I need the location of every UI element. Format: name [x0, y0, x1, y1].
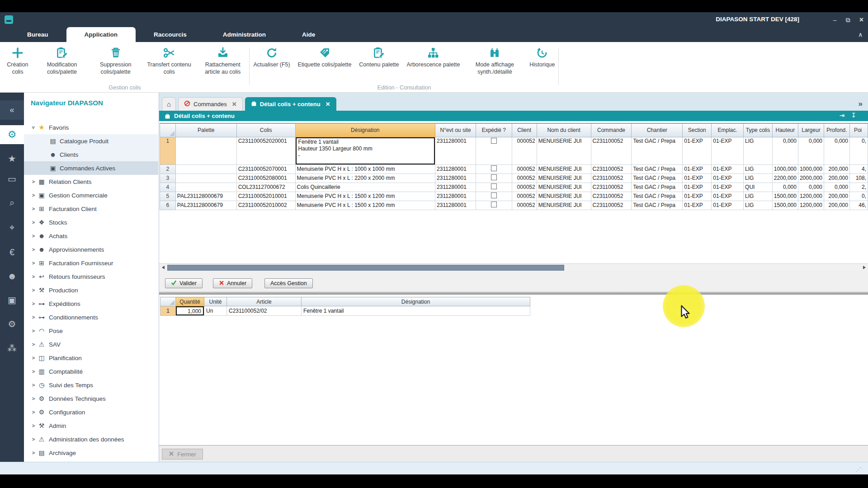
close-button[interactable]: × [859, 16, 863, 23]
expedie-checkbox[interactable] [491, 192, 497, 198]
cell-designation[interactable]: Colis Quincaillerie [295, 183, 435, 192]
ribbon-button-g1-4[interactable]: Mode affichage synth./détaillé [466, 46, 524, 75]
chevron-right-icon[interactable]: > [30, 409, 37, 415]
cell-hauteur[interactable]: 1500,000 [772, 201, 798, 210]
ribbon-button-g0-1[interactable]: Modification colis/palette [35, 46, 89, 75]
nav-item-17[interactable]: >◫Planification [24, 351, 158, 365]
cell-chantier[interactable]: Test GAC / Prepa [632, 192, 683, 201]
cell-largeur[interactable]: 1000,000 [798, 164, 824, 174]
cell-num[interactable]: 6 [160, 201, 176, 210]
cell-nevt[interactable]: 2311280001 [435, 164, 476, 174]
close-tab-icon[interactable]: ✕ [326, 101, 330, 108]
detail-cell-unite[interactable]: Un [204, 306, 227, 316]
collapse-panel-icon[interactable]: « [0, 100, 24, 120]
chevron-right-icon[interactable]: > [30, 220, 37, 225]
minimize-button[interactable]: – [833, 17, 837, 23]
cell-type[interactable]: LIG [744, 174, 773, 183]
chevron-right-icon[interactable]: > [30, 206, 37, 211]
cell-colis[interactable]: C231100052080001 [236, 174, 295, 183]
chevron-right-icon[interactable]: > [30, 436, 37, 442]
chevron-right-icon[interactable]: > [30, 382, 37, 388]
menu-tab-administration[interactable]: Administration [205, 27, 284, 42]
nav-item-1[interactable]: ▤Catalogue Produit [24, 134, 158, 148]
tab-1[interactable]: Détail colis + contenu✕ [245, 97, 336, 111]
resize-grip[interactable]: ⋰ [855, 466, 862, 473]
export-down-icon[interactable]: ↧ [851, 112, 863, 119]
cell-largeur[interactable]: 1200,000 [798, 192, 824, 201]
cell-hauteur[interactable]: 1500,000 [772, 192, 798, 201]
detail-cell-designation[interactable]: Fenêtre 1 vantail [302, 306, 530, 316]
favorites-star-icon[interactable]: ★ [0, 149, 24, 168]
column-header-colis[interactable]: Colis [236, 123, 295, 137]
chevron-right-icon[interactable]: > [30, 301, 37, 306]
cell-colis[interactable]: COL231127000672 [236, 183, 295, 192]
cell-emplac[interactable]: 01-EXP [712, 201, 744, 210]
cell-largeur[interactable]: 2000,000 [798, 174, 824, 183]
cell-nom[interactable]: MENUISERIE JUI [537, 174, 591, 183]
cell-profond[interactable]: 200,000 [824, 192, 849, 201]
detail-column-header-article[interactable]: Article [227, 297, 302, 306]
ribbon-button-g1-5[interactable]: Historique [528, 46, 557, 69]
column-header-commande[interactable]: Commande [591, 123, 632, 137]
cell-colis[interactable]: C231100052010002 [236, 201, 295, 210]
chevron-right-icon[interactable]: > [30, 355, 37, 361]
cell-num[interactable]: 3 [160, 174, 176, 183]
cell-designation[interactable]: Menuiserie PVC H x L : 1500 x 1200 mm [295, 192, 435, 201]
cell-expedie[interactable] [476, 201, 512, 210]
nav-item-9[interactable]: >☻Approvisionnements [24, 243, 158, 256]
cell-poids[interactable]: 0, [849, 192, 868, 201]
cell-nevt[interactable]: 2311280001 [435, 192, 476, 201]
search-icon[interactable]: ⌕ [0, 193, 24, 212]
cell-chantier[interactable]: Test GAC / Prepa [632, 164, 683, 174]
chevron-down-icon[interactable]: > [31, 124, 36, 131]
scroll-left-icon[interactable] [159, 264, 167, 271]
valider-button[interactable]: Valider [165, 278, 203, 288]
cell-poids[interactable]: 108, [849, 174, 868, 183]
quantite-editor[interactable]: 1,000 [176, 306, 204, 315]
invoice-euro-icon[interactable]: € [0, 243, 24, 262]
chevron-right-icon[interactable]: > [30, 450, 37, 455]
sitemap-icon[interactable]: ⁂ [0, 338, 24, 357]
cell-type[interactable]: LIG [744, 192, 773, 201]
nav-item-21[interactable]: >⚙Configuration [24, 405, 158, 419]
nav-item-13[interactable]: >⊶Expéditions [24, 297, 158, 310]
menu-tab-bureau[interactable]: Bureau [9, 27, 66, 42]
column-header-rownum[interactable] [160, 123, 176, 137]
nav-item-2[interactable]: ☻Clients [24, 148, 158, 161]
cell-expedie[interactable] [476, 192, 512, 201]
cell-section[interactable]: 01-EXP [683, 201, 712, 210]
cell-section[interactable]: 01-EXP [683, 174, 712, 183]
cell-section[interactable]: 01-EXP [683, 137, 712, 164]
cell-colis[interactable]: C231100052010001 [236, 192, 295, 201]
cell-commande[interactable]: C231100052 [591, 164, 632, 174]
cell-type[interactable]: QUI [744, 183, 773, 192]
detail-column-header-d-signation[interactable]: Désignation [302, 297, 530, 306]
cell-palette[interactable] [175, 137, 236, 164]
expedie-checkbox[interactable] [491, 138, 497, 144]
ribbon-button-g0-2[interactable]: Suppression colis/palette [89, 46, 142, 75]
column-header-nom-du-client[interactable]: Nom du client [537, 123, 591, 137]
cell-nevt[interactable]: 2311280001 [435, 183, 476, 192]
restore-button[interactable]: ⧉ [846, 17, 850, 23]
column-header-profond-[interactable]: Profond. [824, 123, 849, 137]
detail-cell-num[interactable]: 1 [160, 306, 176, 316]
cell-section[interactable]: 01-EXP [683, 192, 712, 201]
cell-nom[interactable]: MENUISERIE JUI [537, 201, 591, 210]
cell-client[interactable]: 000052 [512, 137, 537, 164]
column-header-type-colis[interactable]: Type colis [744, 123, 773, 137]
cell-designation-edit[interactable]: Fenêtre 1 vantailHauteur 1350 Largeur 80… [295, 137, 435, 164]
column-header-poi[interactable]: Poi [849, 123, 868, 137]
cell-chantier[interactable]: Test GAC / Prepa [632, 137, 683, 164]
cell-commande[interactable]: C231100052 [591, 192, 632, 201]
expedie-checkbox[interactable] [491, 165, 497, 171]
tab-0[interactable]: Commandes✕ [178, 97, 243, 111]
cell-client[interactable]: 000052 [512, 174, 537, 183]
cell-expedie[interactable] [476, 183, 512, 192]
cell-poids[interactable]: 46, [849, 201, 868, 210]
advanced-search-icon[interactable]: ⌖ [0, 218, 24, 237]
cell-profond[interactable]: 200,000 [824, 201, 849, 210]
column-header-emplac-[interactable]: Emplac. [712, 123, 744, 137]
cell-section[interactable]: 01-EXP [683, 183, 712, 192]
cell-quantite-edit[interactable]: 1,000 [176, 306, 204, 316]
nav-item-10[interactable]: >⊞Facturation Fournisseur [24, 256, 158, 270]
